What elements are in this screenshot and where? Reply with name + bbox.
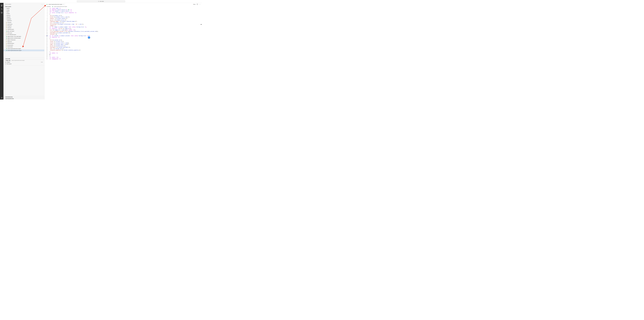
more-actions-icon[interactable]: ··· bbox=[199, 4, 201, 5]
code-line[interactable]: 27"price":{{-variant.price-}}, bbox=[44, 45, 202, 47]
tree-item-customers[interactable]: ›customers bbox=[4, 20, 44, 22]
chevron-right-icon: › bbox=[4, 96, 6, 98]
save-button[interactable]: Save bbox=[193, 4, 196, 5]
explorer-more-actions-icon[interactable]: ··· bbox=[41, 4, 43, 5]
search-sidebar-icon[interactable] bbox=[0, 7, 4, 11]
code-line[interactable]: 32{%- endfor -%} bbox=[44, 52, 202, 54]
code-line[interactable]: 24"value":{{-variant.id-}}, bbox=[44, 41, 202, 42]
explorer-icon[interactable] bbox=[0, 4, 4, 7]
code-line[interactable]: 19"variants":[ bbox=[44, 34, 202, 35]
tree-item-password.json[interactable]: {}password.json bbox=[4, 43, 44, 44]
breadcrumb-label: search.tipoAuctionsJson.liquid bbox=[54, 6, 67, 7]
code-line[interactable]: 17"first_available_variant":{"id":{{prod… bbox=[44, 31, 202, 32]
tree-item-templates[interactable]: ›templates bbox=[4, 18, 44, 20]
timeline-description: search.tipoAuctionsJson.liquid bbox=[12, 60, 24, 61]
breadcrumb-item[interactable]: templates bbox=[46, 6, 51, 7]
liquid-file-icon bbox=[52, 6, 53, 7]
tree-item-assets[interactable]: ›assets bbox=[4, 8, 44, 9]
floating-code-action-button[interactable] bbox=[88, 37, 90, 39]
outline-section-header[interactable]: › OUTLINE bbox=[4, 58, 44, 60]
package-icon[interactable] bbox=[0, 11, 4, 15]
json-file-icon: {} bbox=[6, 45, 7, 46]
tree-item-list-collections.json[interactable]: {}list-collections.json bbox=[4, 34, 44, 36]
code-line[interactable]: 7"title":{{-product.title | json-}}, bbox=[44, 16, 202, 18]
tree-item-product.json[interactable]: {}product.json bbox=[4, 44, 44, 46]
code-line[interactable]: 9"price":"{{-product.price-}}", bbox=[44, 19, 202, 21]
tree-item-gift_card.liquid[interactable]: gift_card.liquid bbox=[4, 30, 44, 32]
json-file-icon: {} bbox=[6, 29, 7, 30]
timeline-section-header[interactable]: › TIMELINE search.tipoAuctionsJson.liqui… bbox=[4, 60, 44, 61]
tree-item-collection.json[interactable]: {}collection.json bbox=[4, 29, 44, 30]
tree-item-page.auction_products.liquid[interactable]: page.auction_products.liquid bbox=[4, 37, 44, 39]
command-center[interactable]: test-data bbox=[77, 1, 125, 2]
tree-item-search.tipoAuctionJson.liquid[interactable]: search.tipoAuctionJson.liquid bbox=[4, 48, 44, 50]
code-line[interactable]: 18"available":{{-product.available-}}, bbox=[44, 32, 202, 34]
code-line[interactable]: 30"inventory_quantity":{{-variant.invent… bbox=[44, 49, 202, 51]
timeline-item[interactable]: Originalnow bbox=[4, 61, 44, 63]
code-line[interactable]: 2{%- paginate search.results by 100 -%} bbox=[44, 9, 202, 11]
code-line[interactable]: 31} bbox=[44, 51, 202, 52]
tree-item-page.auction_cust_bids.liquid[interactable]: page.auction_cust_bids.liquid bbox=[4, 36, 44, 37]
code-line[interactable]: 23"id":{{-variant.id-}}, bbox=[44, 39, 202, 41]
code-line[interactable]: 14{%- for image in product.images -%}{%-… bbox=[44, 26, 202, 28]
code-line[interactable]: 12"collections":{{-product.collections |… bbox=[44, 24, 202, 25]
tree-item-search.tipoAuctionsJson.liquid[interactable]: search.tipoAuctionsJson.liquid bbox=[4, 50, 44, 51]
code-line[interactable]: 11"url":"{{-product.url-}}", bbox=[44, 22, 202, 24]
code-line[interactable]: 4{%- unless forloop.first -%},{%- endunl… bbox=[44, 12, 202, 14]
settings-gear-icon[interactable] bbox=[0, 96, 4, 100]
code-line[interactable]: 16"src":{{-image.src | json-}}}{%- endfo… bbox=[44, 29, 202, 31]
code-line[interactable]: 6"id":{{-product.id-}}, bbox=[44, 15, 202, 16]
timeline-item[interactable]: File Saved bbox=[4, 63, 44, 65]
line-number: 34 bbox=[44, 55, 48, 57]
breadcrumb-item[interactable]: search.tipoAuctionsJson.liquid bbox=[52, 6, 67, 7]
code-line[interactable]: 15{%- endunless -%}{"id":{{-image.id-}}, bbox=[44, 28, 202, 29]
code-line[interactable]: 13"images":[ bbox=[44, 25, 202, 26]
tree-item-label: layout bbox=[6, 11, 9, 12]
code-line[interactable]: 35{%- endfor -%}] bbox=[44, 57, 202, 58]
tree-item-sections[interactable]: ›sections bbox=[4, 15, 44, 16]
tree-item-page.contact.json[interactable]: {}page.contact.json bbox=[4, 39, 44, 41]
tree-item-config[interactable]: ›config bbox=[4, 9, 44, 11]
line-number: 15 bbox=[44, 28, 48, 29]
line-number: 7 bbox=[44, 16, 48, 18]
tree-item-search.json[interactable]: {}search.json bbox=[4, 46, 44, 48]
tree-item-snippets[interactable]: ›snippets bbox=[4, 16, 44, 18]
code-line[interactable]: 1{%- layout none -%} bbox=[44, 8, 202, 9]
code-line[interactable]: 21{%- endunless -%} bbox=[44, 37, 202, 38]
tab-search.tipoAuctionsJson.liquid[interactable]: search.tipoAuctionsJson.liquid× bbox=[45, 3, 65, 6]
tree-item-page.json[interactable]: {}page.json bbox=[4, 41, 44, 43]
tree-item-locales[interactable]: ›locales bbox=[4, 13, 44, 15]
code-line[interactable]: 20{%- for variant in product.variants -%… bbox=[44, 35, 202, 37]
tab-label: search.tipoAuctionsJson.liquid bbox=[48, 4, 62, 5]
dependencies-label: DEPENDENCIES bbox=[6, 98, 14, 99]
tree-item-layout[interactable]: ›layout bbox=[4, 11, 44, 13]
code-line[interactable]: 5{ bbox=[44, 14, 202, 15]
tree-item-blog.json[interactable]: {}blog.json bbox=[4, 25, 44, 27]
code-line[interactable]: 36{%- endpaginate -%} bbox=[44, 58, 202, 60]
code-line[interactable]: 25"title":{{-variant.title | json}}, bbox=[44, 42, 202, 44]
close-icon[interactable]: × bbox=[63, 4, 64, 5]
tree-item-article.json[interactable]: {}article.json bbox=[4, 23, 44, 25]
tree-item-404.json[interactable]: {}404.json bbox=[4, 22, 44, 23]
line-number: 27 bbox=[44, 45, 48, 47]
code-line[interactable]: 33] bbox=[44, 54, 202, 55]
line-number: 18 bbox=[44, 32, 48, 34]
dependencies-section-header[interactable]: › DEPENDENCIES bbox=[4, 98, 44, 100]
code-line[interactable]: 29"sku":"{{-variant.sku-}}", bbox=[44, 48, 202, 49]
references-section-header[interactable]: › REFERENCES bbox=[4, 96, 44, 98]
json-file-icon: {} bbox=[6, 47, 7, 48]
split-editor-icon[interactable] bbox=[197, 4, 198, 5]
code-line[interactable]: 28"available":{{-variant.available-}}, bbox=[44, 47, 202, 48]
chevron-down-icon: › bbox=[4, 60, 6, 61]
code-line[interactable]: 10"featured_image":"{{-product.featured_… bbox=[44, 21, 202, 22]
code-line[interactable]: 26"name":"{{-variant.name | json}}", bbox=[44, 44, 202, 45]
code-line[interactable]: 8"handle":"{{-product.handle-}}", bbox=[44, 18, 202, 19]
code-line[interactable]: 22{ bbox=[44, 38, 202, 39]
tree-root-test-data[interactable]: › TEST-DATA bbox=[4, 6, 44, 8]
code-line[interactable]: 3[{%- for product in search.results -%} bbox=[44, 11, 202, 12]
tree-item-index.json[interactable]: {}index.json bbox=[4, 32, 44, 34]
code-editor[interactable]: 1{%- layout none -%}2{%- paginate search… bbox=[44, 7, 202, 100]
file-tree: › TEST-DATA ›assets›config›layout›locale… bbox=[4, 6, 44, 51]
tree-item-cart.json[interactable]: {}cart.json bbox=[4, 27, 44, 29]
code-line[interactable]: 34} bbox=[44, 55, 202, 57]
